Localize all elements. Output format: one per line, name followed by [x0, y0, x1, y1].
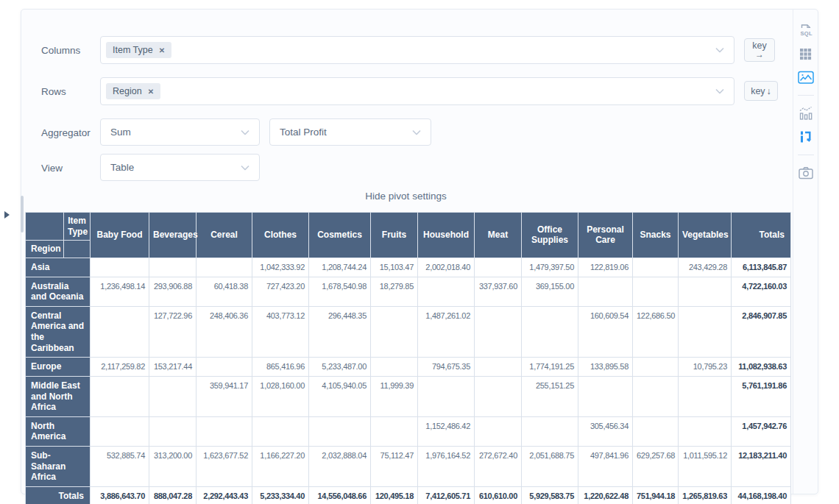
hide-pivot-settings-link[interactable]: Hide pivot settings: [21, 191, 790, 202]
data-cell: [475, 416, 522, 446]
data-cell: 160,609.54: [578, 306, 633, 358]
col-header: Clothes: [252, 213, 309, 258]
columns-select[interactable]: Item Type ✕: [100, 36, 734, 64]
aggregator-select[interactable]: Sum: [100, 118, 260, 146]
table-row: Central America and the Caribbean127,722…: [26, 306, 791, 358]
data-cell: 5,233,487.00: [309, 358, 371, 377]
data-cell: 255,151.25: [522, 376, 578, 416]
key-label: key: [751, 86, 765, 96]
image-view-icon[interactable]: [797, 68, 815, 86]
data-cell: 865,416.96: [252, 358, 309, 377]
data-cell: [309, 416, 371, 446]
data-cell: 2,117,259.82: [91, 358, 149, 377]
rows-key-button[interactable]: key ↓: [744, 81, 778, 101]
data-cell: 1,166,227.20: [252, 447, 309, 487]
tag-label: Item Type: [113, 45, 153, 55]
row-total-cell: 5,761,191.86: [732, 376, 791, 416]
data-cell: [149, 416, 197, 446]
col-total-cell: 7,412,605.71: [418, 486, 475, 504]
col-total-cell: 5,929,583.75: [522, 486, 578, 504]
row-total-cell: 2,846,907.85: [732, 306, 791, 358]
data-cell: 1,152,486.42: [418, 416, 475, 446]
data-cell: 1,976,164.52: [418, 447, 475, 487]
data-cell: 497,841.96: [578, 447, 633, 487]
col-total-cell: 1,265,819.63: [679, 486, 732, 504]
data-cell: 1,487,261.02: [418, 306, 475, 358]
aggregator-field-value: Total Profit: [270, 127, 327, 138]
data-cell: 369,155.00: [522, 277, 578, 306]
camera-icon[interactable]: [797, 164, 815, 182]
data-cell: [252, 416, 309, 446]
data-cell: 248,406.36: [197, 306, 252, 358]
col-total-cell: 14,556,048.66: [309, 486, 371, 504]
pivot-view-icon[interactable]: [797, 128, 815, 146]
chevron-down-icon: [412, 129, 421, 135]
data-cell: 337,937.60: [475, 277, 522, 306]
data-cell: 10,795.23: [679, 358, 732, 377]
col-header: Office Supplies: [522, 213, 578, 258]
columns-key-button[interactable]: key →: [744, 38, 775, 62]
data-cell: 296,448.35: [309, 306, 371, 358]
row-header: Europe: [26, 358, 91, 377]
table-row: Middle East and North Africa359,941.171,…: [26, 376, 791, 416]
col-header-row: Item TypeBaby FoodBeveragesCerealClothes…: [26, 213, 791, 241]
data-cell: 153,217.44: [149, 358, 197, 377]
data-cell: [633, 376, 679, 416]
toolbar-divider: [798, 155, 814, 155]
rows-select[interactable]: Region ✕: [100, 77, 734, 105]
remove-tag-icon[interactable]: ✕: [148, 88, 154, 96]
sql-icon[interactable]: SQL: [797, 21, 815, 39]
row-header: Sub-Saharan Africa: [26, 447, 91, 487]
collapse-panel-arrow-icon[interactable]: [4, 211, 10, 219]
view-select[interactable]: Table: [100, 154, 260, 181]
data-cell: [197, 358, 252, 377]
svg-text:SQL: SQL: [800, 30, 812, 37]
totals-col-header: Totals: [732, 213, 791, 258]
data-cell: 18,279.85: [371, 277, 418, 306]
scrollbar-thumb[interactable]: [21, 196, 24, 233]
row-header: Australia and Oceania: [26, 277, 91, 306]
totals-row: Totals3,886,643.70888,047.282,292,443.43…: [26, 486, 791, 504]
row-total-cell: 1,457,942.76: [732, 416, 791, 446]
col-total-cell: 5,233,334.40: [252, 486, 309, 504]
data-cell: [91, 258, 149, 277]
data-cell: [475, 258, 522, 277]
data-cell: 629,257.68: [633, 447, 679, 487]
data-cell: 1,011,595.12: [679, 447, 732, 487]
row-total-cell: 6,113,845.87: [732, 258, 791, 277]
chevron-down-icon: [715, 48, 724, 53]
data-cell: [522, 306, 578, 358]
data-cell: 272,672.40: [475, 447, 522, 487]
corner-cell: [64, 241, 91, 258]
view-value: Table: [101, 162, 134, 173]
data-cell: 60,418.38: [197, 277, 252, 306]
data-cell: 122,819.06: [578, 258, 633, 277]
data-cell: [633, 358, 679, 377]
view-label: View: [41, 163, 63, 174]
data-cell: [633, 258, 679, 277]
col-header: Snacks: [633, 213, 679, 258]
data-cell: [91, 416, 149, 446]
data-cell: 727,423.20: [252, 277, 309, 306]
data-cell: [371, 306, 418, 358]
chart-view-icon[interactable]: [797, 104, 815, 122]
tag-label: Region: [113, 86, 142, 96]
rows-tag-region[interactable]: Region ✕: [106, 83, 160, 99]
data-cell: 2,051,688.75: [522, 447, 578, 487]
data-cell: 15,103.47: [371, 258, 418, 277]
row-header: Middle East and North Africa: [26, 376, 91, 416]
remove-tag-icon[interactable]: ✕: [159, 46, 165, 54]
data-cell: [578, 376, 633, 416]
data-grid-icon[interactable]: [797, 45, 815, 63]
pivot-ui-content: Columns Item Type ✕ key → Rows Region ✕: [21, 10, 793, 494]
pivot-ui-panel: Columns Item Type ✕ key → Rows Region ✕: [21, 9, 818, 494]
data-cell: 75,112.47: [371, 447, 418, 487]
data-cell: [475, 306, 522, 358]
col-total-cell: 888,047.28: [149, 486, 197, 504]
col-header: Meat: [475, 213, 522, 258]
aggregator-field-select[interactable]: Total Profit: [269, 118, 431, 146]
grand-total-cell: 44,168,198.40: [732, 486, 791, 504]
col-total-cell: 3,886,643.70: [91, 486, 149, 504]
row-header: Asia: [26, 258, 91, 277]
columns-tag-item-type[interactable]: Item Type ✕: [106, 42, 171, 58]
